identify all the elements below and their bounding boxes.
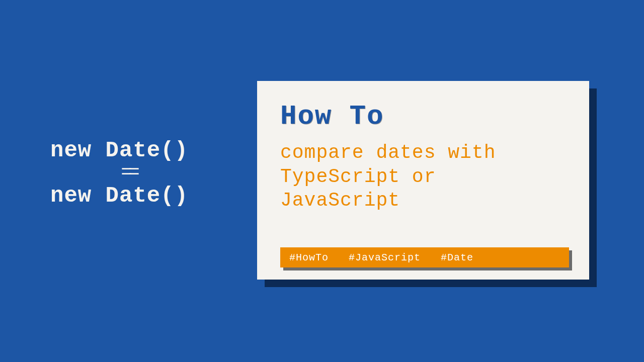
code-line-1: new Date() bbox=[50, 138, 188, 163]
tag-strip: #HowTo #JavaScript #Date bbox=[280, 247, 569, 267]
code-snippet: new Date() == new Date() bbox=[50, 136, 206, 211]
code-line-2: new Date() bbox=[50, 183, 188, 208]
title-card: How To compare dates with TypeScript or … bbox=[257, 81, 589, 280]
card-subtitle: compare dates with TypeScript or JavaScr… bbox=[280, 141, 566, 213]
equals-operator: == bbox=[50, 164, 206, 182]
tag-javascript: #JavaScript bbox=[349, 252, 421, 263]
card-title: How To bbox=[280, 101, 566, 132]
tag-howto: #HowTo bbox=[289, 252, 329, 263]
tag-date: #Date bbox=[441, 252, 473, 263]
